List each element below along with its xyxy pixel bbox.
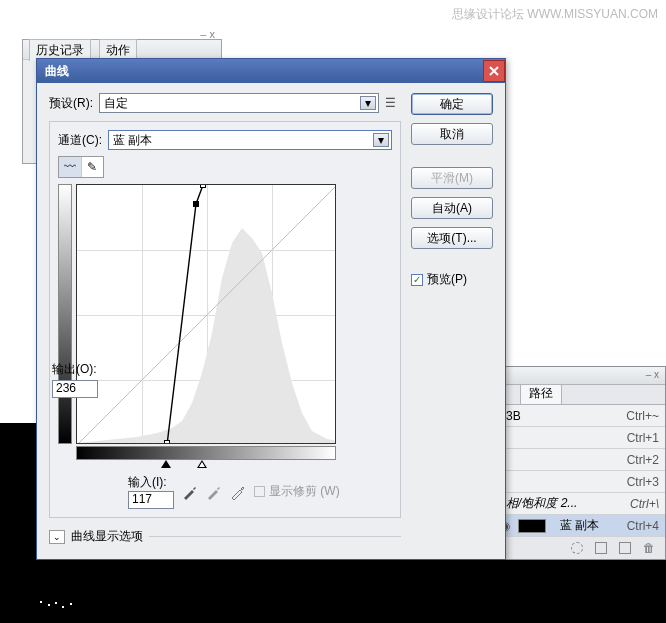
- history-tabbar: 历史记录 动作: [23, 40, 221, 60]
- channels-panel: – x 路径 3B Ctrl+~ Ctrl+1 Ctrl+2 Ctrl+3 相/…: [491, 366, 666, 560]
- input-field-group: 输入(I): 117: [128, 474, 174, 509]
- eyedropper-group: [182, 484, 246, 500]
- preview-label: 预览(P): [427, 271, 467, 288]
- delete-channel-icon[interactable]: 🗑: [643, 541, 655, 555]
- curves-dialog: 曲线 预设(R): 自定 ▾ ☰ 通道(C): 蓝 副本 ▾: [36, 58, 506, 560]
- ok-button[interactable]: 确定: [411, 93, 493, 115]
- curve-point-high[interactable]: [200, 184, 206, 188]
- curves-plot[interactable]: [76, 184, 336, 444]
- input-slider-track[interactable]: [76, 460, 336, 470]
- close-button[interactable]: [483, 60, 505, 82]
- channel-label-text: 通道(C):: [58, 132, 102, 149]
- channel-shortcut: Ctrl+4: [627, 519, 659, 533]
- checkbox-checked-icon: ✓: [411, 274, 423, 286]
- preset-menu-icon[interactable]: ☰: [385, 96, 401, 110]
- panel-minimize-icon[interactable]: – x: [646, 369, 659, 380]
- channel-row-rgb[interactable]: 3B Ctrl+~: [492, 405, 665, 427]
- output-label: 输出(O):: [52, 361, 108, 378]
- new-channel-icon[interactable]: [619, 542, 631, 554]
- close-icon: [489, 66, 499, 76]
- channel-shortcut: Ctrl+3: [627, 475, 659, 489]
- preset-value: 自定: [104, 95, 128, 112]
- input-input[interactable]: 117: [128, 491, 174, 509]
- preset-combobox[interactable]: 自定 ▾: [99, 93, 379, 113]
- show-clipping-label: 显示修剪 (W): [269, 483, 340, 500]
- output-gradient: [58, 184, 72, 444]
- curve-point-low[interactable]: [164, 440, 170, 444]
- channel-value: 蓝 副本: [113, 132, 152, 149]
- chevron-down-icon[interactable]: ▾: [373, 133, 389, 147]
- channel-shortcut: Ctrl+1: [627, 431, 659, 445]
- preview-checkbox[interactable]: ✓ 预览(P): [411, 271, 493, 288]
- dialog-title: 曲线: [45, 63, 69, 80]
- channels-footer: 🗑: [492, 537, 665, 559]
- channel-row-bluecopy[interactable]: ◉ 蓝 副本 Ctrl+4: [492, 515, 665, 537]
- channel-label: 蓝 副本: [552, 517, 621, 534]
- black-point-slider[interactable]: [161, 460, 171, 468]
- white-point-slider[interactable]: [197, 460, 207, 468]
- expand-label: 曲线显示选项: [71, 528, 143, 545]
- input-label: 输入(I):: [128, 474, 174, 491]
- channels-header: – x: [492, 367, 665, 385]
- output-input[interactable]: 236: [52, 380, 98, 398]
- show-clipping-checkbox[interactable]: 显示修剪 (W): [254, 483, 340, 500]
- curve-line: [77, 185, 336, 444]
- channel-row-1[interactable]: Ctrl+1: [492, 427, 665, 449]
- load-selection-icon[interactable]: [571, 542, 583, 554]
- panel-close-icons[interactable]: – x: [200, 28, 215, 40]
- auto-button[interactable]: 自动(A): [411, 197, 493, 219]
- point-curve-tool[interactable]: 〰: [59, 157, 82, 177]
- output-field-group: 输出(O): 236: [52, 361, 108, 398]
- channel-label: 3B: [498, 409, 620, 423]
- save-selection-icon[interactable]: [595, 542, 607, 554]
- channel-shortcut: Ctrl+\: [630, 497, 659, 511]
- checkbox-icon: [254, 486, 265, 497]
- dialog-titlebar[interactable]: 曲线: [37, 59, 505, 83]
- channel-row-hsat[interactable]: 相/饱和度 2... Ctrl+\: [492, 493, 665, 515]
- channel-row-3[interactable]: Ctrl+3: [492, 471, 665, 493]
- channels-tabbar: 路径: [492, 385, 665, 405]
- curve-tool-toggle: 〰 ✎: [58, 156, 104, 178]
- channel-label: 相/饱和度 2...: [498, 495, 624, 512]
- channel-shortcut: Ctrl+2: [627, 453, 659, 467]
- channel-thumbnail: [518, 519, 546, 533]
- expand-options-button[interactable]: ⌄: [49, 530, 65, 544]
- divider: [149, 536, 401, 537]
- black-eyedropper-icon[interactable]: [182, 484, 198, 500]
- gray-eyedropper-icon[interactable]: [206, 484, 222, 500]
- curve-point-mid[interactable]: [193, 201, 199, 207]
- white-eyedropper-icon[interactable]: [230, 484, 246, 500]
- tab-paths[interactable]: 路径: [520, 382, 562, 404]
- cancel-button[interactable]: 取消: [411, 123, 493, 145]
- watermark-text: 思缘设计论坛 WWW.MISSYUAN.COM: [452, 6, 658, 23]
- preset-label: 预设(R):: [49, 95, 93, 112]
- chevron-down-icon[interactable]: ▾: [360, 96, 376, 110]
- options-button[interactable]: 选项(T)...: [411, 227, 493, 249]
- smooth-button: 平滑(M): [411, 167, 493, 189]
- channel-shortcut: Ctrl+~: [626, 409, 659, 423]
- input-gradient: [76, 446, 336, 460]
- pencil-curve-tool[interactable]: ✎: [82, 157, 104, 177]
- channel-combobox[interactable]: 蓝 副本 ▾: [108, 130, 392, 150]
- channel-row-2[interactable]: Ctrl+2: [492, 449, 665, 471]
